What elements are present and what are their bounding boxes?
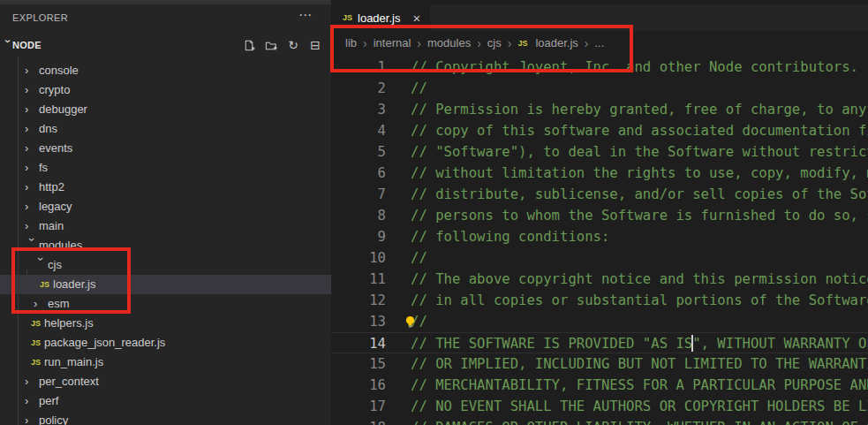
tree-item-label: dns (39, 119, 57, 139)
code-line-4[interactable]: 4// copy of this software and associated… (331, 120, 868, 141)
code-line-7[interactable]: 7// distribute, sublicense, and/or sell … (331, 184, 868, 205)
line-number: 14 (331, 333, 386, 353)
lightbulb-icon[interactable] (403, 315, 418, 330)
chevron-right-icon: › (25, 178, 39, 197)
more-actions-icon[interactable]: ⋯ (298, 7, 312, 23)
js-file-icon: JS (343, 13, 352, 22)
tree-item-perf[interactable]: ›perf (0, 391, 331, 411)
tree-item-run-main-js[interactable]: JSrun_main.js (0, 353, 331, 372)
tree-item-label: crypto (39, 80, 70, 100)
code-line-17[interactable]: 17// NO EVENT SHALL THE AUTHORS OR COPYR… (331, 396, 868, 417)
chevron-right-icon: › (25, 216, 39, 236)
tree-item-dns[interactable]: ›dns (0, 119, 331, 139)
chevron-right-icon: › (25, 80, 39, 100)
line-number: 17 (331, 396, 386, 417)
tree-item-label: modules (39, 236, 82, 255)
text-cursor (691, 335, 693, 352)
tree-item-policy[interactable]: ›policy (0, 411, 331, 425)
file-tree: ›console›crypto›debugger›dns›events›fs›h… (0, 61, 331, 425)
explorer-header: EXPLORER ⋯ (0, 4, 331, 31)
breadcrumb-item--[interactable]: ... (594, 36, 604, 49)
js-file-icon: JS (517, 39, 531, 48)
chevron-right-icon: › (25, 372, 39, 391)
tree-item-label: debugger (39, 100, 87, 119)
tree-item-label: package_json_reader.js (44, 333, 165, 353)
breadcrumb: lib›internal›modules›cjs›JSloader.js›... (331, 31, 868, 55)
tree-item-label: per_context (39, 372, 99, 391)
tree-item-console[interactable]: ›console (0, 61, 331, 80)
line-number: 7 (331, 184, 386, 205)
comment-text: // distribute, sublicense, and/or sell c… (386, 184, 868, 205)
chevron-right-icon: › (25, 100, 39, 119)
code-line-11[interactable]: 11// The above copyright notice and this… (331, 269, 868, 290)
refresh-icon[interactable]: ↻ (286, 38, 300, 52)
tab-loader-js[interactable]: JS loader.js × (331, 4, 430, 31)
chevron-down-icon: › (31, 257, 50, 271)
comment-text: // without limitation the rights to use,… (386, 163, 868, 184)
tree-item-cjs[interactable]: ›cjs (0, 255, 331, 275)
code-editor[interactable]: 1// Copyright Joyent, Inc. and other Nod… (331, 55, 868, 425)
section-title: NODE (12, 40, 42, 50)
chevron-right-icon: › (34, 294, 48, 314)
tree-item-label: main (39, 216, 64, 236)
tree-item-modules[interactable]: ›modules (0, 236, 331, 255)
tree-item-legacy[interactable]: ›legacy (0, 197, 331, 216)
code-line-1[interactable]: 1// Copyright Joyent, Inc. and other Nod… (331, 57, 868, 78)
line-number: 11 (331, 269, 386, 290)
chevron-right-icon: › (25, 119, 39, 139)
breadcrumb-separator: › (417, 36, 421, 50)
comment-text: // THE SOFTWARE IS PROVIDED "AS IS", WIT… (386, 333, 868, 353)
comment-text: // persons to whom the Software is furni… (386, 205, 868, 226)
tree-item-package-json-reader-js[interactable]: JSpackage_json_reader.js (0, 333, 331, 353)
code-line-6[interactable]: 6// without limitation the rights to use… (331, 163, 868, 184)
code-line-10[interactable]: 10// (331, 247, 868, 269)
code-line-3[interactable]: 3// Permission is hereby granted, free o… (331, 99, 868, 120)
new-folder-icon[interactable] (264, 38, 278, 52)
new-file-icon[interactable] (242, 38, 256, 52)
tree-item-loader-js[interactable]: JSloader.js (0, 275, 331, 294)
collapse-all-icon[interactable]: ⊟ (308, 38, 322, 52)
tree-item-http2[interactable]: ›http2 (0, 178, 331, 197)
explorer-title: EXPLORER (12, 12, 68, 23)
breadcrumb-item-modules[interactable]: modules (427, 36, 471, 49)
editor-group: JS loader.js × lib›internal›modules›cjs›… (331, 0, 868, 425)
code-line-16[interactable]: 16// MERCHANTABILITY, FITNESS FOR A PART… (331, 375, 868, 396)
code-line-12[interactable]: 12// in all copies or substantial portio… (331, 290, 868, 311)
tree-item-crypto[interactable]: ›crypto (0, 80, 331, 100)
breadcrumb-item-loader-js[interactable]: loader.js (535, 36, 577, 49)
breadcrumb-item-internal[interactable]: internal (374, 36, 411, 49)
line-number: 13 (331, 311, 386, 332)
tree-item-events[interactable]: ›events (0, 139, 331, 158)
comment-text: // copy of this software and associated … (386, 120, 868, 141)
comment-text: // NO EVENT SHALL THE AUTHORS OR COPYRIG… (386, 396, 868, 417)
tree-item-per-context[interactable]: ›per_context (0, 372, 331, 391)
section-actions: ↻ ⊟ (242, 38, 322, 52)
node-section-header[interactable]: › NODE ↻ ⊟ (0, 37, 331, 57)
tree-item-debugger[interactable]: ›debugger (0, 100, 331, 119)
tree-indent-guide (18, 57, 19, 425)
line-number: 8 (331, 205, 386, 226)
code-line-2[interactable]: 2// (331, 78, 868, 99)
code-line-18[interactable]: 18// DAMAGES OR OTHER LIABILITY, WHETHER… (331, 417, 868, 425)
code-line-9[interactable]: 9// following conditions: (331, 226, 868, 247)
tree-item-label: perf (39, 391, 58, 411)
comment-text: // (386, 78, 427, 99)
comment-text: // OR IMPLIED, INCLUDING BUT NOT LIMITED… (386, 353, 868, 375)
tree-item-fs[interactable]: ›fs (0, 158, 331, 178)
code-line-14[interactable]: 14// THE SOFTWARE IS PROVIDED "AS IS", W… (331, 332, 868, 353)
code-line-15[interactable]: 15// OR IMPLIED, INCLUDING BUT NOT LIMIT… (331, 353, 868, 375)
close-icon[interactable]: × (412, 11, 420, 26)
tree-item-main[interactable]: ›main (0, 216, 331, 236)
line-number: 10 (331, 247, 386, 269)
code-line-8[interactable]: 8// persons to whom the Software is furn… (331, 205, 868, 226)
breadcrumb-item-cjs[interactable]: cjs (487, 36, 502, 49)
tree-indent-guide (26, 269, 27, 291)
tree-item-label: loader.js (53, 275, 95, 294)
tree-item-helpers-js[interactable]: JShelpers.js (0, 314, 331, 333)
code-line-5[interactable]: 5// "Software"), to deal in the Software… (331, 141, 868, 163)
breadcrumb-item-lib[interactable]: lib (345, 36, 357, 49)
comment-text: // Copyright Joyent, Inc. and other Node… (386, 57, 858, 78)
tree-item-esm[interactable]: ›esm (0, 294, 331, 314)
comment-text: // MERCHANTABILITY, FITNESS FOR A PARTIC… (386, 375, 868, 396)
tree-item-label: legacy (39, 197, 72, 216)
